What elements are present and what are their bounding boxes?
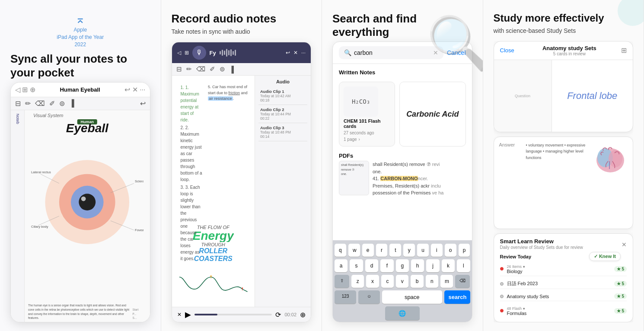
key-y[interactable]: y [403,244,415,257]
key-j[interactable]: j [426,259,439,272]
flashcard-front: Question [494,60,552,132]
key-globe[interactable]: 🌐 [385,306,420,320]
key-g[interactable]: g [396,259,409,272]
panel4-subline: with science-based Study Sets [494,27,634,34]
key-space[interactable]: space [382,290,442,304]
flashcard-header: Close Anatomy study Sets 5 cards in revi… [494,41,633,60]
key-h[interactable]: h [411,259,424,272]
clips-section-title: Audio [258,79,307,84]
pdf-section: PDFs shall Resident(s) remove ⑦one. shal… [339,153,466,197]
key-e[interactable]: e [362,244,374,257]
pen-icon: ✏ [25,99,31,108]
key-x[interactable]: x [366,275,379,288]
review-today-row: Review Today ✓ Knew It [500,253,627,259]
key-r[interactable]: r [376,244,388,257]
key-i[interactable]: i [431,244,443,257]
flashcard-close-button[interactable]: Close [500,47,514,54]
search-bar: 🔍 carbon ✕ Cancel [333,42,472,64]
key-w[interactable]: w [348,244,360,257]
panel-audio-notes: Record audio notes Take notes in sync wi… [161,0,322,331]
repeat-icon[interactable]: ⟳ [275,311,281,319]
flashcard-body: Question Frontal lobe [494,60,633,132]
flashcard-grid-icon[interactable]: ⊞ [621,46,627,54]
review-item-anatomy[interactable]: Anatomy study Sets ★ 5 [500,292,627,301]
key-z[interactable]: z [351,275,364,288]
clip3-duration: 00:14 [260,134,306,139]
audio-clip-3[interactable]: Audio Clip 3 Today at 10:48 PM 00:14 [258,123,307,141]
review-item-biology[interactable]: 26 Items ● Biology ★ 5 [500,262,627,276]
svg-text:Sclera: Sclera [135,179,143,183]
smart-review-title: Smart Learn Review [500,238,583,245]
cancel-button[interactable]: Cancel [447,49,466,56]
review-item-formulas[interactable]: 48 Flash ● Formulas ★ 5 [500,304,627,318]
key-k[interactable]: k [442,259,455,272]
skip-icon[interactable]: ⊕ [300,311,306,319]
key-f[interactable]: f [380,259,393,272]
friction-text: friction [229,91,240,95]
key-b[interactable]: b [411,275,423,288]
key-p[interactable]: p [459,244,470,257]
key-emoji[interactable]: ☺ [358,290,380,304]
award-badge: ⌅ Apple iPad App of the Year 2022 [10,12,150,48]
back-icon: ◁ [177,50,181,56]
play-button[interactable]: ▶ [185,310,191,319]
phone-toolbar-1: ◁ ⊞ ⊕ Human Eyeball ↩ ✕ ··· [11,83,150,97]
clip1-time: Today at 10:42 AM [260,94,306,98]
key-a[interactable]: a [335,259,348,272]
question-placeholder: Question [515,94,530,98]
key-d[interactable]: d [365,259,378,272]
toolbar-title-1: Human Eyeball [39,86,121,93]
pdf-preview-text: shall Resident(s) remove ⑦ revi one. 41.… [373,161,466,197]
key-m[interactable]: m [440,275,453,288]
biology-count: ★ 5 [614,266,627,272]
tools-row-1: ⊟ ✏ ⌫ ✐ ⊚ ▐ ↩ [11,97,150,110]
panel-search: 🔍 Search and find everything 🔍 carbon ✕ … [322,0,483,331]
visual-system-label: Visual System [33,113,64,118]
key-o[interactable]: o [445,244,456,257]
lasso-icon: ⊚ [59,99,65,108]
flashcard-subtitle: 5 cards in review [518,51,621,56]
search-input-box[interactable]: 🔍 carbon ✕ [339,46,443,59]
key-l[interactable]: l [457,259,470,272]
key-123[interactable]: 123 [335,290,356,304]
phone-content-1: Noteb Visual System Human Eyeball [11,110,150,322]
key-s[interactable]: s [350,259,363,272]
panel1-headline: Sync all your notes to your pocket [10,52,150,79]
key-u[interactable]: u [417,244,429,257]
flashcard-back: Frontal lobe [552,60,633,132]
audio-tools-row: ⊟ ✏ ⌫ ✐ ⊚ ▐ [172,63,311,76]
note-line3: 3. 3. Each loop is slightly lower than t… [181,184,203,262]
pdfs-section: PDFs [339,153,466,159]
close-icon-sr[interactable]: ✕ [622,241,627,248]
mic-button[interactable]: 🎙 [192,46,206,60]
carbonic-acid-card[interactable]: Carbonic Acid [399,82,465,146]
smart-review-desc: Daily overview of Study Sets due for rev… [500,245,583,251]
play-bar: ✕ ▶ ⟳ 00:02 ⊕ [172,307,311,322]
review-item-japanese[interactable]: 日語 Feb 2023 ★ 5 [500,279,627,289]
notebook-icon: ⊟ [15,99,21,108]
key-n[interactable]: n [426,275,438,288]
japanese-name: 日語 Feb 2023 [507,280,611,287]
key-search[interactable]: search [444,290,470,304]
key-delete[interactable]: ⌫ [455,275,470,288]
formulas-dot [500,309,504,312]
audio-clip-1[interactable]: Audio Clip 1 Today at 10:42 AM 00:18 [258,87,307,105]
kb-row-globe: 🌐 [335,306,470,320]
key-q[interactable]: q [335,244,346,257]
key-shift[interactable]: ⇧ [335,275,349,288]
audio-clip-2[interactable]: Audio Clip 2 Today at 10:44 PM 00:22 [258,105,307,123]
svg-point-15 [242,287,243,289]
search-input[interactable]: carbon [354,49,430,56]
smart-review-title-group: Smart Learn Review Daily overview of Stu… [500,238,583,251]
key-t[interactable]: t [389,244,401,257]
svg-text:Ciliary body: Ciliary body [31,225,48,229]
formulas-count-label: 48 Flash ● [507,306,525,311]
panel3-headline: Search and find everything [332,12,472,39]
clip3-name: Audio Clip 3 [260,125,306,130]
pdf-result[interactable]: shall Resident(s) remove ⑦one. shall Res… [339,161,466,197]
play-prev-icon[interactable]: ✕ [177,312,182,318]
chem-flash-card[interactable]: H₂CO₃ CHEM 101 Flash cards 27 seconds ag… [339,82,395,146]
key-v[interactable]: v [396,275,408,288]
key-c[interactable]: c [381,275,394,288]
clear-icon[interactable]: ✕ [433,49,438,56]
